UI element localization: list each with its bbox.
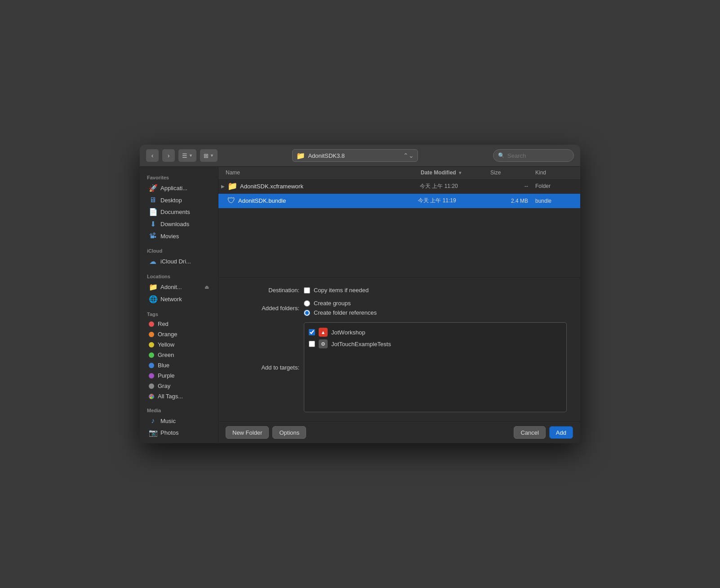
sidebar-item-all-tags[interactable]: All Tags... xyxy=(142,391,216,401)
sort-arrow-icon: ▼ xyxy=(458,170,462,175)
file-kind: Folder xyxy=(535,183,580,189)
media-label: Media xyxy=(140,404,218,415)
copy-items-checkbox[interactable] xyxy=(304,287,310,294)
file-name: AdonitSDK.xcframework xyxy=(240,183,420,190)
view-list-group: ☰ ▼ xyxy=(178,149,196,162)
jotworkshop-icon: ▲ xyxy=(319,328,328,337)
tags-label: Tags xyxy=(140,308,218,319)
stepper-icon[interactable]: ⌃⌄ xyxy=(403,152,414,159)
sidebar-item-label: Photos xyxy=(160,429,178,436)
sidebar-item-label: Documents xyxy=(160,209,190,215)
add-to-targets-label: Add to targets: xyxy=(232,364,304,371)
icloud-label: iCloud xyxy=(140,245,218,255)
sidebar-item-label: Adonit... xyxy=(160,284,182,290)
sidebar-item-documents[interactable]: 📄 Documents xyxy=(142,206,216,218)
sidebar-item-orange[interactable]: Orange xyxy=(142,329,216,339)
tag-label: Red xyxy=(158,321,169,327)
col-name-header[interactable]: Name xyxy=(218,169,421,176)
location-box[interactable]: 📁 AdonitSDK3.8 ⌃⌄ xyxy=(292,149,418,162)
added-folders-label: Added folders: xyxy=(232,305,304,312)
create-groups-option: Create groups xyxy=(304,300,567,307)
list-view-button[interactable]: ☰ ▼ xyxy=(178,149,196,162)
jottouchexampletests-checkbox[interactable] xyxy=(309,341,315,347)
search-input[interactable] xyxy=(507,152,569,159)
movies-icon: 📽 xyxy=(149,232,157,240)
view-grid-group: ⊞ ▼ xyxy=(200,149,218,162)
jotworkshop-checkbox[interactable] xyxy=(309,329,315,335)
sidebar-item-movies[interactable]: 📽 Movies xyxy=(142,230,216,242)
destination-label: Destination: xyxy=(232,287,304,294)
file-dialog: ‹ › ☰ ▼ ⊞ ▼ 📁 AdonitSDK3.8 ⌃⌄ 🔍 Fa xyxy=(140,145,580,443)
sidebar-item-music[interactable]: ♪ Music xyxy=(142,415,216,427)
options-button[interactable]: Options xyxy=(272,426,306,439)
grid-chevron-icon: ▼ xyxy=(210,153,214,158)
yellow-tag-dot xyxy=(149,342,154,347)
col-kind-header[interactable]: Kind xyxy=(535,169,580,176)
sidebar-item-label: Applicati... xyxy=(160,185,187,192)
tag-label: Purple xyxy=(158,372,175,379)
sidebar-item-blue[interactable]: Blue xyxy=(142,360,216,370)
search-icon: 🔍 xyxy=(498,152,505,159)
new-folder-button[interactable]: New Folder xyxy=(226,426,269,439)
sidebar-item-desktop[interactable]: 🖥 Desktop xyxy=(142,194,216,206)
icloud-icon: ☁ xyxy=(149,257,157,266)
file-kind: bundle xyxy=(535,198,580,204)
eject-icon[interactable]: ⏏ xyxy=(204,284,209,290)
target-name: JotWorkshop xyxy=(331,329,365,336)
list-item[interactable]: ▲ JotWorkshop xyxy=(309,326,562,338)
list-item[interactable]: ⚙ JotTouchExampleTests xyxy=(309,338,562,350)
file-rows: ▶ 📁 AdonitSDK.xcframework 今天 上午 11:20 --… xyxy=(218,179,580,277)
add-button[interactable]: Add xyxy=(549,426,573,439)
tag-label: Green xyxy=(158,352,174,358)
action-bar: New Folder Options Cancel Add xyxy=(218,421,580,443)
destination-control: Copy items if needed xyxy=(304,287,567,294)
favorites-label: Favorites xyxy=(140,171,218,182)
green-tag-dot xyxy=(149,352,154,358)
sidebar-item-photos[interactable]: 📷 Photos xyxy=(142,427,216,439)
documents-icon: 📄 xyxy=(149,208,157,216)
search-box[interactable]: 🔍 xyxy=(493,149,574,162)
list-icon: ☰ xyxy=(182,152,187,159)
create-folder-refs-radio[interactable] xyxy=(304,310,310,316)
file-list-header: Name Date Modified ▼ Size Kind xyxy=(218,167,580,179)
file-folder-icon: 📁 xyxy=(227,181,237,191)
col-date-header[interactable]: Date Modified ▼ xyxy=(421,169,490,176)
cancel-button[interactable]: Cancel xyxy=(514,426,545,439)
orange-tag-dot xyxy=(149,332,154,337)
network-icon: 🌐 xyxy=(149,295,157,303)
back-button[interactable]: ‹ xyxy=(146,149,159,162)
downloads-icon: ⬇ xyxy=(149,220,157,228)
create-groups-radio[interactable] xyxy=(304,300,310,307)
jottouchexampletests-icon: ⚙ xyxy=(319,339,328,348)
col-size-header[interactable]: Size xyxy=(490,169,535,176)
sidebar-item-label: Music xyxy=(160,418,176,424)
targets-box: ▲ JotWorkshop ⚙ JotTouchExampleTests xyxy=(304,322,567,412)
grid-view-button[interactable]: ⊞ ▼ xyxy=(200,149,218,162)
table-row[interactable]: 🛡 AdonitSDK.bundle 今天 上午 11:19 2.4 MB bu… xyxy=(218,194,580,208)
copy-items-label: Copy items if needed xyxy=(314,287,369,294)
applications-icon: 🚀 xyxy=(149,184,157,192)
file-bundle-icon: 🛡 xyxy=(227,196,236,205)
sidebar-item-gray[interactable]: Gray xyxy=(142,381,216,391)
sidebar-item-network[interactable]: 🌐 Network xyxy=(142,293,216,305)
forward-button[interactable]: › xyxy=(162,149,175,162)
sidebar-item-label: Network xyxy=(160,296,182,303)
sidebar-item-red[interactable]: Red xyxy=(142,319,216,329)
sidebar-item-adonit[interactable]: 📁 Adonit... ⏏ xyxy=(142,281,216,293)
file-name: AdonitSDK.bundle xyxy=(238,197,418,204)
gray-tag-dot xyxy=(149,383,154,389)
file-size: 2.4 MB xyxy=(490,198,535,204)
sidebar-item-yellow[interactable]: Yellow xyxy=(142,339,216,350)
sidebar-item-purple[interactable]: Purple xyxy=(142,370,216,381)
sidebar-item-green[interactable]: Green xyxy=(142,350,216,360)
sidebar-item-icloud[interactable]: ☁ iCloud Dri... xyxy=(142,255,216,267)
sidebar-item-applications[interactable]: 🚀 Applicati... xyxy=(142,182,216,194)
table-row[interactable]: ▶ 📁 AdonitSDK.xcframework 今天 上午 11:20 --… xyxy=(218,179,580,194)
location-text: AdonitSDK3.8 xyxy=(308,152,400,159)
sidebar-item-label: Downloads xyxy=(160,221,189,227)
options-grid: Destination: Copy items if needed Added … xyxy=(232,287,567,412)
locations-label: Locations xyxy=(140,270,218,281)
sidebar-item-downloads[interactable]: ⬇ Downloads xyxy=(142,218,216,230)
list-chevron-icon: ▼ xyxy=(189,153,193,158)
sidebar-item-label: iCloud Dri... xyxy=(160,258,191,265)
